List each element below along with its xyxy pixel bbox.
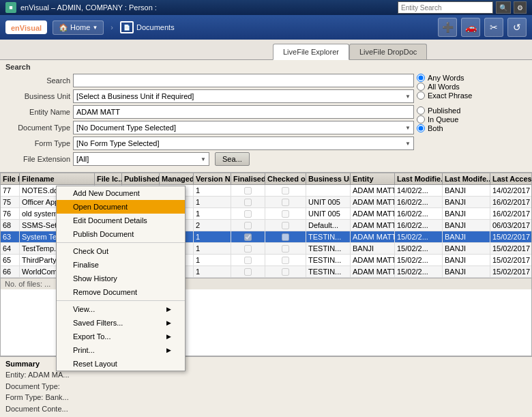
cell-checkedout (265, 243, 306, 254)
search-text-input[interactable] (73, 74, 414, 87)
cm-edit-document-details[interactable]: Edit Document Details (57, 214, 185, 227)
cell-accessed: 15/02/2017 1... (490, 243, 532, 254)
vehicle-btn[interactable]: 🚗 (461, 18, 480, 37)
search-row-extension: File Extension [All] ▼ Sea... (5, 152, 414, 166)
cell-lastmod1: 16/02/2... (395, 220, 443, 231)
cell-finalised (231, 197, 265, 207)
documents-icon: 📄 (120, 21, 134, 33)
radio-exact-phrase[interactable]: Exact Phrase (417, 91, 527, 100)
cell-entity: ADAM MATT (351, 231, 395, 242)
search-row-formtype: Form Type [No Form Type Selected] ▼ (5, 136, 414, 150)
cell-lastmod2: BANJI (443, 266, 490, 277)
cm-view[interactable]: View... ▶ (57, 302, 185, 316)
add-btn[interactable]: ➕ (438, 18, 457, 37)
col-header-checkedout[interactable]: Checked out (265, 173, 306, 184)
cell-accessed: 06/03/2017 1... (490, 220, 532, 231)
cell-entity: ADAM MATT (351, 255, 395, 265)
form-type-combo[interactable]: [No Form Type Selected] ▼ (73, 136, 414, 150)
cm-separator-1 (57, 242, 185, 243)
entity-name-input[interactable] (73, 105, 414, 119)
cm-view-arrow: ▶ (166, 306, 171, 313)
combo-arrow-ft: ▼ (405, 141, 411, 147)
cell-businessunit: TESTIN... (306, 266, 351, 277)
col-header-filename[interactable]: Filename (20, 173, 95, 184)
cm-finalise[interactable]: Finalise (57, 258, 185, 272)
cut-btn[interactable]: ✂ (484, 18, 503, 37)
cell-fileid: 63 (1, 231, 20, 242)
col-header-finalised[interactable]: Finalised (231, 173, 265, 184)
nav-separator: › (110, 23, 113, 31)
word-options-group: Any Words All Words Exact Phrase (417, 74, 527, 100)
cm-remove-document[interactable]: Remove Document (57, 285, 185, 299)
cell-lastmod1: 15/02/2... (395, 255, 443, 265)
cell-version: 1 (194, 208, 231, 219)
cm-export-to[interactable]: Export To... ▶ (57, 330, 185, 343)
cell-accessed: 15/02/2017 1... (490, 231, 532, 242)
refresh-btn[interactable]: ↺ (507, 18, 527, 37)
logo: enVisual (5, 20, 47, 34)
cm-show-history[interactable]: Show History (57, 272, 185, 285)
cm-add-new-document[interactable]: Add New Document (57, 186, 185, 200)
cell-lastmod2: BANJI (443, 231, 490, 242)
col-header-fileid[interactable]: File ID ▲ (1, 173, 20, 184)
cm-reset-layout[interactable]: Reset Layout (57, 357, 185, 371)
col-header-fileic[interactable]: File Ic... (95, 173, 122, 184)
cm-savedfilters-arrow: ▶ (166, 319, 171, 326)
cm-open-document[interactable]: Open Document (57, 200, 185, 214)
search-section: Search Search Business Unit [Select a Bu… (0, 60, 532, 173)
business-unit-combo[interactable]: [Select a Business Unit if Required] ▼ (73, 89, 414, 103)
nav-documents: 📄 Documents (120, 21, 175, 33)
cell-lastmod2: BANJI (443, 197, 490, 207)
cell-finalised (231, 231, 265, 242)
cm-publish-document[interactable]: Publish Document (57, 227, 185, 241)
cell-lastmod2: BANJI (443, 220, 490, 231)
cell-lastmod1: 15/02/2... (395, 243, 443, 254)
entity-search-btn[interactable]: 🔍 (496, 1, 511, 14)
search-main: Search Business Unit [Select a Business … (5, 74, 527, 168)
combo-arrow-bu: ▼ (405, 94, 411, 100)
cell-lastmod1: 15/02/2... (395, 231, 443, 242)
radio-in-queue[interactable]: In Queue (417, 115, 527, 124)
cell-finalised (231, 185, 265, 196)
col-header-published[interactable]: Published (122, 173, 160, 184)
entity-search-input[interactable] (398, 1, 493, 14)
search-row-businessunit: Business Unit [Select a Business Unit if… (5, 89, 414, 103)
cell-entity: ADAM MATT (351, 197, 395, 207)
col-header-version[interactable]: Version No. (194, 173, 231, 184)
cell-checkedout (265, 197, 306, 207)
settings-btn[interactable]: ⚙ (514, 1, 527, 14)
radio-published[interactable]: Published (417, 106, 527, 115)
cell-entity: ADAM MATT (351, 266, 395, 277)
radio-all-words[interactable]: All Words (417, 83, 527, 91)
col-header-entity[interactable]: Entity (351, 173, 395, 184)
label-document-type: Document Type (5, 124, 70, 132)
cell-version: 2 (194, 220, 231, 231)
document-type-combo[interactable]: [No Document Type Selected] ▼ (73, 121, 414, 134)
cm-print[interactable]: Print... ▶ (57, 343, 185, 357)
cell-businessunit: TESTIN... (306, 255, 351, 265)
cell-version: 1 (194, 185, 231, 196)
home-button[interactable]: 🏠 Home ▼ (53, 20, 104, 35)
cell-version: 1 (194, 197, 231, 207)
col-header-lastmod2[interactable]: Last Modife... (443, 173, 490, 184)
cell-accessed: 15/02/2017 1... (490, 266, 532, 277)
cell-fileid: 75 (1, 197, 20, 207)
cm-separator-2 (57, 300, 185, 301)
label-business-unit: Business Unit (5, 92, 70, 100)
col-header-lastaccesseddate[interactable]: Last Accessed Da... (490, 173, 532, 184)
cm-saved-filters[interactable]: Saved Filters... ▶ (57, 316, 185, 330)
search-execute-btn[interactable]: Sea... (215, 152, 250, 166)
col-header-lastmod1[interactable]: Last Modifie... (395, 173, 443, 184)
radio-any-words[interactable]: Any Words (417, 74, 527, 82)
col-header-businessunit[interactable]: Business Ur... (306, 173, 351, 184)
file-extension-combo[interactable]: [All] ▼ (73, 152, 209, 166)
cell-checkedout (265, 220, 306, 231)
cell-lastmod1: 16/02/2... (395, 208, 443, 219)
cm-check-out[interactable]: Check Out (57, 244, 185, 258)
radio-both[interactable]: Both (417, 124, 527, 132)
col-header-managed[interactable]: Managed (160, 173, 194, 184)
cell-entity: ADAM MATT (351, 220, 395, 231)
tab-livefile-explorer[interactable]: LiveFile Explorer (273, 44, 349, 60)
tab-livefile-dropdoc[interactable]: LiveFile DropDoc (349, 44, 427, 59)
cell-businessunit: TESTIN... (306, 243, 351, 254)
